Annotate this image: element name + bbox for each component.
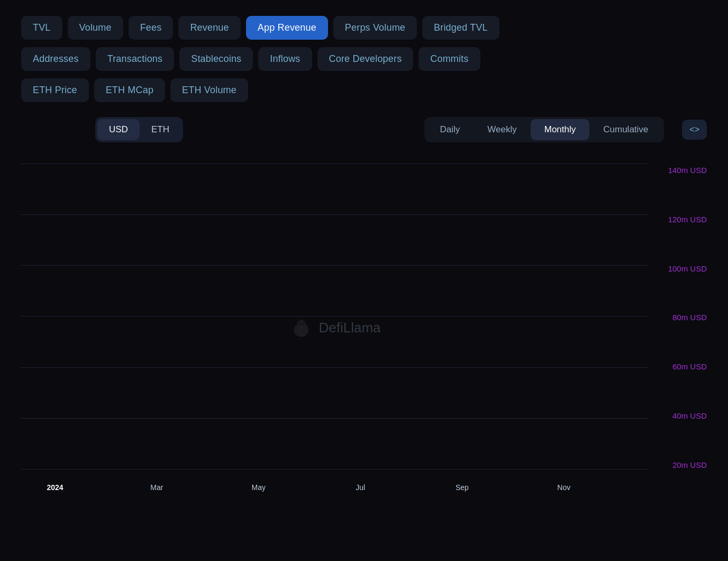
x-axis-label: Mar xyxy=(150,483,163,492)
tab-btn-core-developers[interactable]: Core Developers xyxy=(317,47,414,71)
period-btn-weekly[interactable]: Weekly xyxy=(474,119,530,140)
x-axis-label: May xyxy=(252,483,266,492)
tab-btn-tvl[interactable]: TVL xyxy=(21,16,62,40)
x-label-group: May xyxy=(235,483,282,492)
tab-row-3: ETH PriceETH MCapETH Volume xyxy=(21,78,707,102)
x-axis-label: Jul xyxy=(356,483,365,492)
currency-btn-usd[interactable]: USD xyxy=(97,119,140,140)
chart-area: 2024MarMayJulSepNov DefiLlama 140m USD12… xyxy=(21,164,707,492)
y-axis-label: 60m USD xyxy=(672,362,707,371)
x-axis-label: 2024 xyxy=(47,483,63,492)
tab-btn-perps-volume[interactable]: Perps Volume xyxy=(333,16,417,40)
y-axis-label: 100m USD xyxy=(668,264,707,273)
x-axis-label: Nov xyxy=(557,483,570,492)
tab-btn-volume[interactable]: Volume xyxy=(68,16,123,40)
period-btn-monthly[interactable]: Monthly xyxy=(531,119,590,140)
period-btn-cumulative[interactable]: Cumulative xyxy=(589,119,662,140)
tab-btn-commits[interactable]: Commits xyxy=(418,47,480,71)
y-axis-label: 140m USD xyxy=(668,166,707,175)
x-label-group: Nov xyxy=(541,483,587,492)
currency-btn-eth[interactable]: ETH xyxy=(140,119,181,140)
controls-row: USDETH DailyWeeklyMonthlyCumulative <> xyxy=(21,117,707,142)
tab-btn-transactions[interactable]: Transactions xyxy=(96,47,175,71)
y-axis-label: 80m USD xyxy=(672,313,707,322)
y-axis-label: 40m USD xyxy=(672,411,707,420)
tab-btn-app-revenue[interactable]: App Revenue xyxy=(246,16,328,40)
chart-inner: 2024MarMayJulSepNov DefiLlama xyxy=(21,164,649,492)
tab-btn-bridged-tvl[interactable]: Bridged TVL xyxy=(422,16,499,40)
y-axis-label: 120m USD xyxy=(668,215,707,224)
tab-row-2: AddressesTransactionsStablecoinsInflowsC… xyxy=(21,47,707,71)
tab-btn-inflows[interactable]: Inflows xyxy=(258,47,312,71)
tab-btn-stablecoins[interactable]: Stablecoins xyxy=(179,47,253,71)
tab-btn-revenue[interactable]: Revenue xyxy=(178,16,240,40)
bars-container xyxy=(21,164,649,469)
period-btn-daily[interactable]: Daily xyxy=(426,119,474,140)
tab-btn-eth-price[interactable]: ETH Price xyxy=(21,78,89,102)
x-label-group: Jul xyxy=(337,483,384,492)
tab-btn-addresses[interactable]: Addresses xyxy=(21,47,90,71)
period-group: DailyWeeklyMonthlyCumulative xyxy=(424,117,665,142)
tab-btn-eth-mcap[interactable]: ETH MCap xyxy=(94,78,165,102)
x-label-group: 2024 xyxy=(32,483,78,492)
tab-btn-eth-volume[interactable]: ETH Volume xyxy=(170,78,248,102)
tab-row-1: TVLVolumeFeesRevenueApp RevenuePerps Vol… xyxy=(21,16,707,40)
tab-btn-fees[interactable]: Fees xyxy=(129,16,174,40)
x-axis-label: Sep xyxy=(456,483,469,492)
embed-button[interactable]: <> xyxy=(682,120,707,140)
y-axis: 140m USD120m USD100m USD80m USD60m USD40… xyxy=(649,164,707,492)
x-labels: 2024MarMayJulSepNov xyxy=(21,469,649,492)
main-container: TVLVolumeFeesRevenueApp RevenuePerps Vol… xyxy=(0,0,728,508)
x-label-group: Sep xyxy=(439,483,485,492)
x-label-group: Mar xyxy=(133,483,180,492)
currency-group: USDETH xyxy=(95,117,183,142)
y-axis-label: 20m USD xyxy=(672,460,707,469)
